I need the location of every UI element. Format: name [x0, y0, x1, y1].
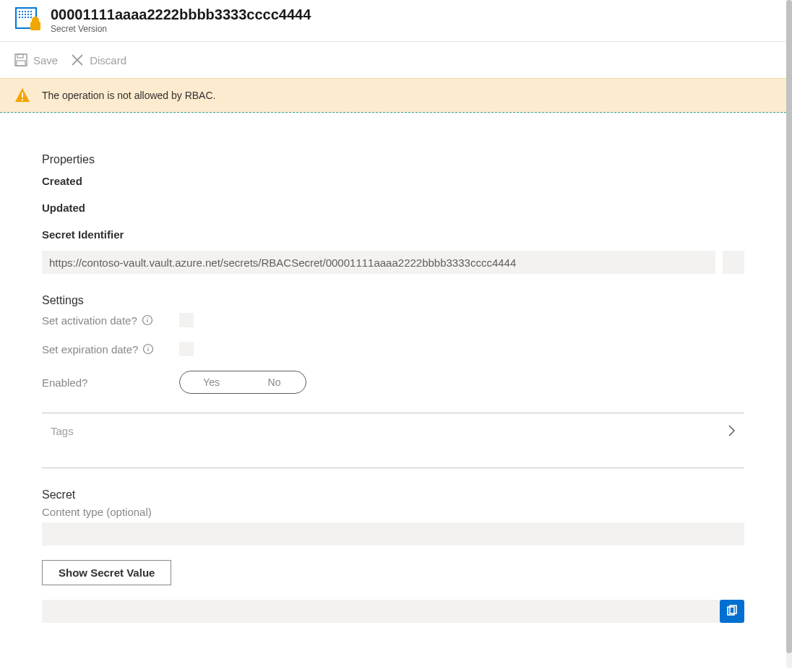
svg-rect-22 [22, 92, 23, 98]
show-secret-value-button[interactable]: Show Secret Value [42, 560, 171, 585]
svg-rect-16 [30, 22, 40, 30]
updated-label: Updated [42, 202, 744, 214]
copy-secret-value-button[interactable] [720, 600, 744, 623]
secret-section: Secret Content type (optional) Show Secr… [42, 488, 744, 623]
content-area: Properties Created Updated Secret Identi… [0, 113, 786, 637]
tags-section[interactable]: Tags [42, 413, 744, 468]
svg-rect-28 [148, 348, 149, 351]
vertical-scrollbar-track[interactable] [786, 0, 792, 668]
warning-icon [14, 87, 30, 103]
save-button[interactable]: Save [14, 53, 58, 66]
svg-rect-26 [147, 318, 147, 319]
save-icon [14, 53, 27, 66]
close-icon [71, 53, 84, 66]
svg-rect-11 [19, 17, 20, 18]
save-button-label: Save [33, 54, 58, 66]
page: 00001111aaaa2222bbbb3333cccc4444 Secret … [0, 0, 786, 668]
svg-rect-7 [22, 14, 23, 15]
properties-heading: Properties [42, 153, 744, 166]
secret-version-icon [14, 7, 40, 33]
activation-date-checkbox[interactable] [179, 313, 194, 327]
enabled-toggle-yes[interactable]: Yes [180, 371, 243, 393]
svg-rect-13 [25, 17, 26, 18]
enabled-label: Enabled? [42, 376, 87, 389]
info-icon[interactable] [142, 314, 153, 326]
svg-rect-8 [25, 14, 26, 15]
tags-label: Tags [51, 425, 74, 437]
svg-rect-14 [27, 17, 29, 18]
svg-rect-2 [22, 11, 23, 12]
command-bar: Save Discard [0, 42, 786, 78]
svg-rect-1 [19, 11, 20, 12]
expiration-date-label: Set expiration date? [42, 343, 138, 356]
copy-identifier-button[interactable] [723, 251, 744, 274]
discard-button[interactable]: Discard [71, 53, 126, 66]
svg-rect-6 [19, 14, 20, 15]
activation-date-label: Set activation date? [42, 314, 137, 327]
created-label: Created [42, 175, 744, 187]
svg-rect-4 [27, 11, 29, 12]
svg-rect-5 [30, 11, 32, 12]
warning-banner: The operation is not allowed by RBAC. [0, 78, 786, 113]
page-header: 00001111aaaa2222bbbb3333cccc4444 Secret … [0, 0, 786, 42]
svg-rect-15 [30, 17, 32, 18]
content-type-label: Content type (optional) [42, 506, 744, 518]
chevron-right-icon [728, 425, 736, 440]
content-type-input[interactable] [42, 522, 744, 546]
page-title: 00001111aaaa2222bbbb3333cccc4444 [51, 6, 311, 23]
copy-icon [726, 605, 739, 618]
svg-rect-9 [27, 14, 29, 15]
settings-heading: Settings [42, 294, 744, 307]
secret-value-input[interactable] [42, 600, 720, 623]
info-icon[interactable] [142, 343, 154, 355]
enabled-toggle-no[interactable]: No [243, 371, 306, 393]
secret-identifier-input[interactable] [42, 251, 715, 274]
svg-rect-3 [25, 11, 26, 12]
expiration-date-checkbox[interactable] [179, 342, 194, 356]
properties-section: Properties Created Updated Secret Identi… [42, 153, 744, 274]
secret-heading: Secret [42, 488, 744, 501]
svg-rect-25 [147, 319, 147, 322]
settings-section: Settings Set activation date? Set expira… [42, 294, 744, 394]
svg-rect-19 [17, 61, 25, 66]
svg-rect-29 [148, 347, 149, 348]
page-subtitle: Secret Version [51, 23, 311, 35]
svg-rect-23 [22, 99, 23, 100]
warning-message: The operation is not allowed by RBAC. [42, 90, 215, 101]
enabled-toggle[interactable]: Yes No [179, 371, 306, 394]
svg-rect-10 [30, 14, 32, 15]
vertical-scrollbar-thumb[interactable] [786, 0, 792, 653]
svg-rect-12 [22, 17, 23, 18]
discard-button-label: Discard [90, 54, 126, 66]
secret-identifier-label: Secret Identifier [42, 228, 744, 241]
